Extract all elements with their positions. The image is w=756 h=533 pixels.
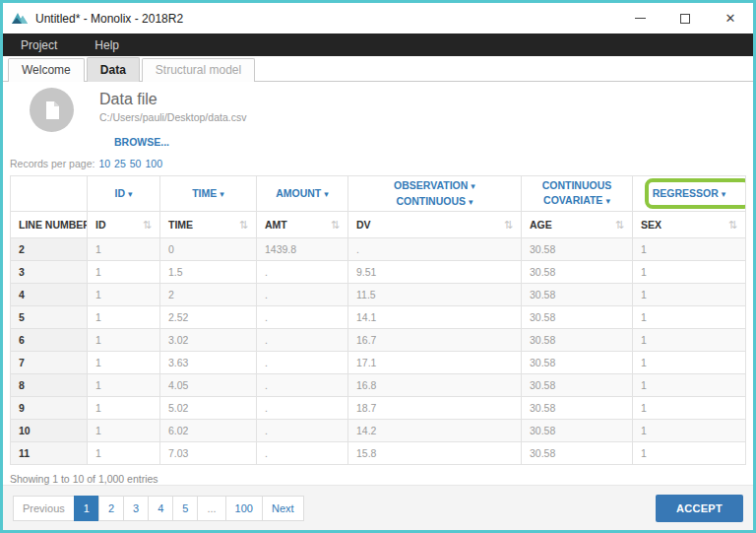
column-header-sex[interactable]: SEX⇅ — [633, 212, 746, 238]
line-number-cell: 5 — [11, 306, 88, 329]
type-dropdown-covariate[interactable]: COVARIATE▾ — [523, 193, 631, 209]
table-cell: 2.52 — [160, 306, 257, 329]
table-cell: 0 — [160, 238, 257, 261]
column-header-dv[interactable]: DV⇅ — [348, 212, 522, 238]
data-file-info: Data file C:/Users/pauli/Desktop/data.cs… — [99, 88, 246, 148]
sort-icon: ⇅ — [504, 219, 513, 232]
column-header-inner: SEX⇅ — [641, 219, 737, 232]
column-header-inner: DV⇅ — [356, 219, 513, 232]
monolix-window: Untitled* - Monolix - 2018R2 ✕ ProjectHe… — [0, 0, 756, 533]
page-button-[interactable]: ... — [197, 496, 225, 521]
type-dropdown-id[interactable]: ID▾ — [89, 186, 158, 202]
table-cell: 9.51 — [348, 261, 522, 284]
type-dropdown-continuous[interactable]: CONTINUOUS — [523, 178, 631, 193]
tab-structural-model[interactable]: Structural model — [142, 58, 255, 82]
maximize-button[interactable] — [662, 3, 708, 33]
page-button-1[interactable]: 1 — [74, 496, 99, 521]
sort-icon: ⇅ — [331, 219, 340, 232]
close-button[interactable]: ✕ — [708, 3, 753, 33]
tab-welcome[interactable]: Welcome — [8, 58, 85, 82]
line-number-cell: 10 — [11, 420, 88, 442]
page-button-100[interactable]: 100 — [225, 496, 263, 521]
sort-icon: ⇅ — [728, 219, 737, 232]
caret-down-icon: ▾ — [469, 197, 473, 207]
monolix-logo-icon — [11, 11, 29, 26]
table-cell: 1 — [88, 374, 160, 397]
table-cell: 4.05 — [160, 374, 257, 397]
table-row: 613.02.16.730.581 — [11, 329, 746, 352]
table-cell: 6.02 — [160, 420, 257, 442]
data-file-section: Data file C:/Users/pauli/Desktop/data.cs… — [10, 88, 753, 148]
document-icon — [44, 100, 60, 120]
table-cell: 2 — [160, 284, 257, 306]
browse-button[interactable]: BROWSE... — [114, 136, 246, 148]
window-title: Untitled* - Monolix - 2018R2 — [35, 12, 617, 26]
column-header-inner: TIME⇅ — [168, 219, 248, 232]
table-cell: . — [257, 397, 348, 420]
line-number-cell: 4 — [11, 284, 88, 306]
type-dropdown-time[interactable]: TIME▾ — [161, 186, 255, 202]
column-header-inner: ID⇅ — [95, 219, 152, 232]
table-cell: 1 — [88, 261, 160, 284]
tab-bar: WelcomeDataStructural model — [3, 56, 753, 82]
records-option-10[interactable]: 10 — [98, 158, 110, 169]
column-header-inner: LINE NUMBER⇅ — [19, 219, 79, 232]
records-option-50[interactable]: 50 — [130, 158, 142, 169]
table-cell: . — [257, 442, 348, 465]
table-cell: 1 — [633, 284, 746, 306]
menu-item-project[interactable]: Project — [9, 35, 69, 55]
line-number-cell: 8 — [11, 374, 88, 397]
type-dropdown-observation[interactable]: OBSERVATION▾ — [349, 178, 520, 194]
caret-down-icon: ▾ — [220, 189, 224, 199]
tab-data[interactable]: Data — [87, 57, 140, 82]
records-option-25[interactable]: 25 — [114, 158, 126, 169]
table-cell: . — [257, 306, 348, 329]
minimize-button[interactable] — [617, 3, 662, 33]
menu-item-help[interactable]: Help — [83, 35, 131, 55]
table-cell: 15.8 — [348, 442, 522, 465]
type-dropdown-continuous[interactable]: CONTINUOUS▾ — [349, 194, 520, 210]
pagination: Previous12345...100Next — [13, 496, 304, 521]
table-cell: . — [257, 284, 348, 306]
records-option-100[interactable]: 100 — [145, 158, 162, 169]
table-cell: 1 — [633, 329, 746, 352]
data-file-title: Data file — [99, 91, 246, 108]
sort-icon: ⇅ — [615, 219, 624, 232]
accept-button[interactable]: ACCEPT — [656, 495, 743, 522]
column-header-label: AGE — [530, 219, 552, 231]
table-cell: 1 — [633, 238, 746, 261]
table-cell: 14.1 — [348, 306, 522, 329]
table-cell: 1 — [88, 306, 160, 329]
page-button-next[interactable]: Next — [262, 496, 304, 521]
column-header-time[interactable]: TIME⇅ — [160, 212, 257, 238]
table-row: 2101439.8.30.581 — [11, 238, 746, 261]
table-cell: 1 — [633, 374, 746, 397]
type-dropdown-regressor[interactable]: REGRESSOR▾ — [634, 186, 744, 202]
table-cell: 30.58 — [522, 352, 633, 374]
entries-summary: Showing 1 to 10 of 1,000 entries — [10, 473, 753, 485]
page-button-5[interactable]: 5 — [172, 496, 198, 521]
type-dropdown-amount[interactable]: AMOUNT▾ — [258, 186, 346, 202]
table-cell: 30.58 — [522, 420, 633, 442]
page-button-4[interactable]: 4 — [148, 496, 173, 521]
table-cell: 1 — [88, 284, 160, 306]
table-cell: 1 — [88, 352, 160, 374]
table-row: 1016.02.14.230.581 — [11, 420, 746, 442]
table-cell: . — [257, 352, 348, 374]
column-header-line-number[interactable]: LINE NUMBER⇅ — [11, 212, 88, 238]
page-button-2[interactable]: 2 — [98, 496, 124, 521]
column-header-id[interactable]: ID⇅ — [88, 212, 160, 238]
table-cell: 1439.8 — [257, 238, 348, 261]
page-button-3[interactable]: 3 — [123, 496, 149, 521]
type-selector-dv: OBSERVATION▾CONTINUOUS▾ — [348, 176, 522, 212]
column-header-amt[interactable]: AMT⇅ — [257, 212, 348, 238]
table-cell: 3.02 — [160, 329, 257, 352]
column-header-age[interactable]: AGE⇅ — [522, 212, 633, 238]
line-number-cell: 2 — [11, 238, 88, 261]
page-button-previous[interactable]: Previous — [13, 496, 75, 521]
table-cell: 1 — [633, 397, 746, 420]
table-cell: . — [257, 329, 348, 352]
table-cell: 17.1 — [348, 352, 522, 374]
caret-down-icon: ▾ — [128, 189, 133, 199]
table-cell: 1 — [88, 420, 160, 442]
